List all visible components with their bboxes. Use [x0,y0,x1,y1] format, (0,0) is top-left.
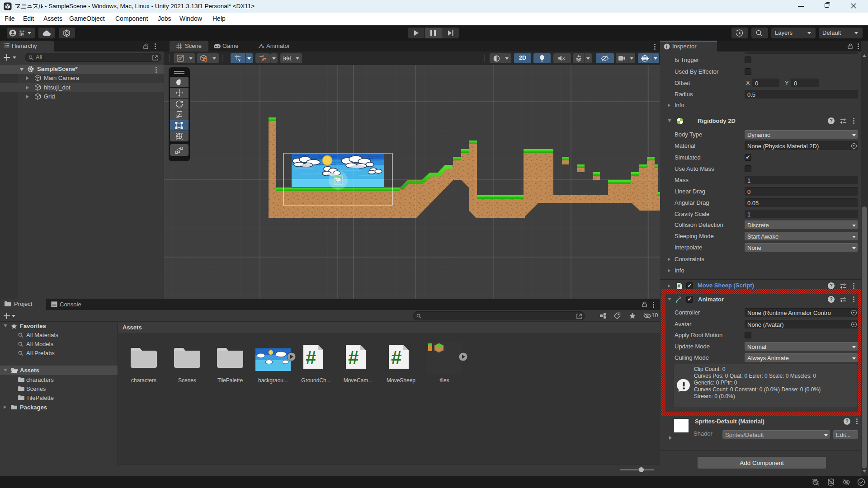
svg-text:#: # [391,347,401,368]
svg-text:#: # [678,283,680,289]
svg-text:#: # [348,347,359,368]
svg-text:#: # [306,347,316,368]
svg-text:Y: Y [238,59,241,62]
